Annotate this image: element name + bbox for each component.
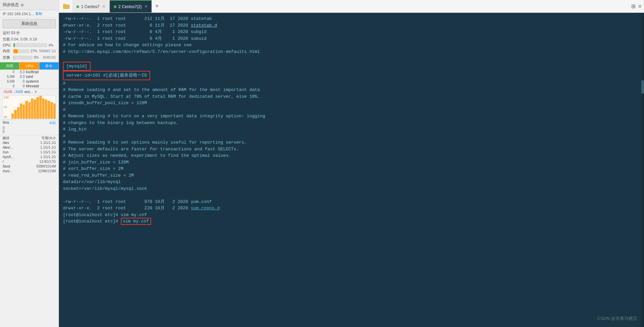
list-item: /run/... 219M/219M [3,169,56,174]
list-item: 0 0.3 ksoftirqd [0,70,59,75]
cpu-label: CPU [3,43,12,47]
proc-num: 0 [3,84,14,88]
list-item: /dev 1.1G/1.1G [3,141,56,145]
chart-bar [20,103,22,119]
tab-centos7[interactable]: 1 Centos7 ✕ [72,0,110,12]
chart-bar [23,105,25,119]
disk-header: 路径 可用/大小 [3,136,56,141]
tab-centos7-2[interactable]: 2 Centos7(2) ✕ [110,0,152,12]
table-row [63,55,640,62]
sidebar-tabs: 内存 CPU 命令 [0,62,59,70]
sync-label: 同步状态 [3,2,19,8]
list-item: /sys/f... 1.1G/1.1G [3,155,56,159]
terminal[interactable]: -rw-r--r--. 1 root root 212 11月 17 2020 … [59,13,644,327]
swap-bar [13,56,14,60]
table-row: [root@localhost etc]# vim my.cnf [63,218,640,225]
net-down: ↓300B [13,90,23,94]
tab-cpu-button[interactable]: CPU [20,62,39,69]
table-row [63,192,640,199]
list-item: 6.6M 0 systemd [0,79,59,84]
cpu-bar [13,43,15,47]
disk-path: /run/... [3,169,29,173]
proc-num: 5.9M [3,75,14,79]
latency-ms: 0ms [3,121,9,125]
table-row: # Adjust sizes as needed, experiment to … [63,152,640,159]
add-tab-button[interactable]: + [152,0,162,12]
table-row: # changes to the binary log between back… [63,120,640,126]
chart-bar [11,114,14,119]
top-bar-right: ⊞ ≡ [631,3,641,9]
mem-detail: 596M/2.1G [39,49,56,53]
swap-bar-container [13,56,33,60]
tab-cmd-button[interactable]: 命令 [39,62,59,69]
table-row: # innodb_buffer_pool_size = 128M [63,100,640,107]
ip-row: IP 192.168.154.1... 复制 [0,10,59,18]
mem-bar-container [13,49,29,53]
chart-label: 10K [4,96,9,99]
proc-name: kthreadd [25,84,56,88]
folder-icon[interactable] [62,2,71,11]
latency-section: 0ms 本机 [0,120,59,126]
chart-bar [31,98,33,119]
chart-bar [47,101,50,119]
vim-cmd-highlight: vim my.cnf [121,218,151,225]
tabs-container: 1 Centos7 ✕ 2 Centos7(2) ✕ + [72,0,630,12]
net-name: ens... [25,90,33,94]
mysqld-highlight: [mysqld] [63,62,91,71]
disk-path: / [3,160,29,164]
disk-avail: 1.1G/1.1G [29,150,56,154]
network-chart: 10K7K3K [3,95,56,119]
chart-bar [28,102,31,119]
disk-path: /dev/... [3,146,29,149]
sidebar-header: 同步状态 [0,0,59,10]
table-row: [mysqld] [63,62,640,71]
chart-labels: 10K7K3K [4,96,9,119]
sync-status-dot [21,4,24,6]
list-item: / 13.8G/17G [3,159,56,164]
cpu-resource-row: CPU 4% [0,42,59,48]
chart-bar [36,97,39,119]
scrollbar-track[interactable] [641,13,644,327]
tab1-dot [76,5,79,8]
net-up: ↑816B [3,90,12,94]
chart-bar [50,102,53,119]
disk-avail: 838M/1014M [29,165,56,168]
load-label: 负载 0.04, 0.09, 0.18 [3,37,37,41]
mem-bar [13,49,18,53]
copy-button[interactable]: 复制 [35,11,42,16]
table-row: drwxr-xr-x. 2 root root 6 11月 17 2020 st… [63,22,640,29]
disk-avail: 13.8G/17G [29,160,56,164]
table-row: -rw-r--r--. 1 root root 970 10月 2 2020 y… [63,199,640,205]
table-row: -rw-r--r--. 1 root root 0 4月 1 2020 subu… [63,35,640,42]
chart-bar [14,110,16,119]
link-statetabd[interactable]: statetab.d [191,23,217,28]
net-expand-icon[interactable]: ▼ [34,90,37,94]
chart-bar [25,101,28,119]
list-item: 0 0 kthreadd [0,84,59,89]
proc-val: 0.3 [14,70,25,74]
latency-num2: 0 [3,130,5,133]
tab-mem-button[interactable]: 内存 [0,62,20,69]
disk-col-avail-header: 可用/大小 [29,136,56,141]
sys-info-button[interactable]: 系统信息 [3,19,56,28]
tab1-close-icon[interactable]: ✕ [102,4,105,9]
table-row: -rw-r--r--. 1 root root 0 4月 1 2020 subg… [63,29,640,35]
table-row: # For advice on how to change settings p… [63,42,640,49]
menu-icon[interactable]: ≡ [638,3,641,9]
mem-pct: 27% [31,49,38,53]
scrollbar-thumb[interactable] [641,80,644,94]
main-area: 1 Centos7 ✕ 2 Centos7(2) ✕ + ⊞ ≡ -rw-r--… [59,0,644,327]
table-row: # sort_buffer_size = 2M [63,166,640,172]
link-yumreposd[interactable]: yum.repos.d [191,206,220,211]
tab2-close-icon[interactable]: ✕ [144,4,147,9]
grid-icon[interactable]: ⊞ [631,3,636,9]
table-row: # Remove leading # to turn on a very imp… [63,113,640,120]
disk-avail: 1.1G/1.1G [29,146,56,149]
table-row: # cache in MySQL. Start at 70% of total … [63,93,640,100]
cpu-pct: 4% [48,43,56,47]
latency-num1: 0 [3,126,5,130]
proc-name: systemd [25,80,56,83]
sidebar: 同步状态 IP 192.168.154.1... 复制 系统信息 运行 53 分… [0,0,59,327]
table-row: # Remove leading # to set options mainly… [63,139,640,146]
top-bar: 1 Centos7 ✕ 2 Centos7(2) ✕ + ⊞ ≡ [59,0,644,13]
